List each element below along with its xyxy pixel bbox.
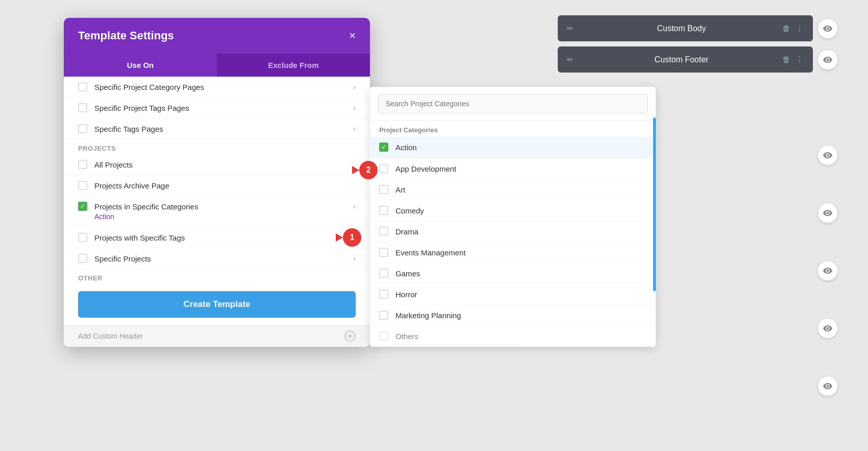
item-label: Projects with Specific Tags — [94, 233, 353, 242]
badge-circle-1: 1 — [343, 228, 361, 247]
item-label: Projects in Specific Categories — [94, 202, 353, 211]
dd-label-app-development: App Development — [395, 164, 647, 173]
eye-button-5[interactable] — [818, 261, 837, 280]
item-label: Specific Project Tags Pages — [94, 104, 353, 112]
eye-button-custom-footer[interactable] — [818, 50, 837, 69]
modal-tabs: Use On Exclude From — [64, 54, 370, 77]
modal-close-button[interactable]: × — [349, 30, 356, 41]
modal-header: Template Settings × — [64, 18, 370, 54]
dd-label-art: Art — [395, 185, 647, 194]
add-custom-header-label: Add Custom Header — [78, 332, 143, 340]
scroll-indicator — [653, 117, 656, 291]
eye-button-3[interactable] — [818, 146, 837, 165]
badge-circle-2: 2 — [359, 161, 378, 179]
dropdown-item-art[interactable]: Art — [370, 179, 656, 200]
template-list: ✏ Custom Body 🗑 ⋮ ✏ Custom Footer 🗑 ⋮ — [558, 15, 837, 73]
eye-button-4[interactable] — [818, 203, 837, 223]
item-label: Projects Archive Page — [94, 181, 356, 190]
chevron-icon: › — [353, 83, 356, 91]
create-template-button[interactable]: Create Template — [78, 291, 356, 318]
dd-checkbox-app-development[interactable] — [379, 164, 388, 173]
checkbox-specific-project-category-pages[interactable] — [78, 82, 87, 91]
edit-icon-footer[interactable]: ✏ — [567, 55, 574, 64]
custom-footer-card: ✏ Custom Footer 🗑 ⋮ — [558, 46, 813, 73]
item-label: Specific Project Category Pages — [94, 83, 353, 91]
list-item-all-projects[interactable]: All Projects — [64, 154, 370, 175]
list-item-specific-tags-pages[interactable]: Specific Tags Pages › — [64, 118, 370, 139]
dd-checkbox-games[interactable] — [379, 269, 388, 278]
modal-body: Specific Project Category Pages › Specif… — [64, 77, 370, 347]
trash-icon-footer[interactable]: 🗑 — [782, 55, 790, 64]
checkbox-specific-project-tags-pages[interactable] — [78, 103, 87, 112]
tab-exclude-from[interactable]: Exclude From — [217, 54, 370, 77]
step-badge-1: 1 — [336, 228, 361, 247]
dropdown-item-games[interactable]: Games — [370, 263, 656, 284]
checkbox-projects-archive[interactable] — [78, 181, 87, 190]
badge-arrow-1 — [336, 233, 343, 242]
checkbox-specific-tags-pages[interactable] — [78, 124, 87, 133]
modal-title: Template Settings — [78, 29, 174, 42]
eye-button-7[interactable] — [818, 376, 837, 396]
dots-icon[interactable]: ⋮ — [796, 23, 804, 33]
list-item-projects-specific-tags[interactable]: Projects with Specific Tags › — [64, 227, 370, 248]
dots-icon-footer[interactable]: ⋮ — [796, 55, 804, 64]
dd-label-marketing-planning: Marketing Planning — [395, 311, 647, 320]
list-item-projects-archive[interactable]: Projects Archive Page — [64, 175, 370, 196]
tab-use-on[interactable]: Use On — [64, 54, 217, 77]
dropdown-item-events-management[interactable]: Events Management — [370, 242, 656, 263]
project-categories-dropdown: Project Categories ✓ Action App Developm… — [370, 87, 656, 347]
sub-label-action: Action — [94, 212, 114, 221]
dropdown-item-comedy[interactable]: Comedy — [370, 200, 656, 221]
list-item-specific-projects[interactable]: Specific Projects › — [64, 248, 370, 269]
add-custom-header-icon — [344, 330, 356, 342]
chevron-icon: › — [353, 202, 356, 210]
checkbox-specific-projects[interactable] — [78, 254, 87, 263]
eye-button-custom-body[interactable] — [818, 19, 837, 38]
dd-label-horror: Horror — [395, 290, 647, 299]
project-categories-label: Project Categories — [370, 121, 656, 137]
dd-label-games: Games — [395, 269, 647, 278]
custom-body-row: ✏ Custom Body 🗑 ⋮ — [558, 15, 837, 41]
modal-footer: Create Template — [64, 284, 370, 325]
item-label: Specific Projects — [94, 254, 353, 263]
dd-checkbox-action[interactable]: ✓ — [379, 143, 388, 152]
dropdown-item-others[interactable]: Others — [370, 326, 656, 347]
checkbox-projects-specific-tags[interactable] — [78, 233, 87, 242]
eye-button-6[interactable] — [818, 319, 837, 338]
checkbox-all-projects[interactable] — [78, 160, 87, 169]
dropdown-item-marketing-planning[interactable]: Marketing Planning — [370, 305, 656, 326]
list-item-projects-specific-categories[interactable]: ✓ Projects in Specific Categories › Acti… — [64, 196, 370, 227]
add-custom-header-bar[interactable]: Add Custom Header — [64, 325, 370, 347]
custom-body-title: Custom Body — [581, 24, 782, 33]
dd-label-events-management: Events Management — [395, 248, 647, 257]
dropdown-item-action[interactable]: ✓ Action — [370, 137, 656, 158]
dropdown-item-drama[interactable]: Drama — [370, 221, 656, 242]
chevron-icon: › — [353, 104, 356, 112]
list-item-specific-project-category-pages[interactable]: Specific Project Category Pages › — [64, 77, 370, 98]
projects-section-header: Projects — [64, 139, 370, 154]
dd-checkbox-others[interactable] — [379, 331, 388, 341]
custom-footer-row: ✏ Custom Footer 🗑 ⋮ — [558, 46, 837, 73]
dropdown-item-horror[interactable]: Horror — [370, 284, 656, 305]
dd-label-drama: Drama — [395, 227, 647, 236]
dd-label-comedy: Comedy — [395, 206, 647, 215]
step-badge-2: 2 — [352, 161, 378, 179]
trash-icon[interactable]: 🗑 — [782, 24, 790, 33]
dd-checkbox-events-management[interactable] — [379, 248, 388, 257]
dropdown-item-app-development[interactable]: App Development — [370, 158, 656, 179]
dd-checkbox-comedy[interactable] — [379, 206, 388, 215]
dd-checkbox-marketing-planning[interactable] — [379, 311, 388, 320]
custom-body-card: ✏ Custom Body 🗑 ⋮ — [558, 15, 813, 41]
search-input[interactable] — [378, 94, 648, 113]
edit-icon[interactable]: ✏ — [567, 24, 574, 33]
item-label: All Projects — [94, 160, 356, 169]
custom-footer-title: Custom Footer — [581, 55, 782, 64]
dd-label-others: Others — [395, 332, 647, 341]
item-label: Specific Tags Pages — [94, 125, 353, 133]
dd-checkbox-art[interactable] — [379, 185, 388, 194]
checkbox-projects-specific-categories[interactable]: ✓ — [78, 202, 87, 211]
dd-checkbox-horror[interactable] — [379, 290, 388, 299]
dd-checkbox-drama[interactable] — [379, 227, 388, 236]
badge-arrow-2 — [352, 166, 359, 174]
list-item-specific-project-tags-pages[interactable]: Specific Project Tags Pages › — [64, 98, 370, 118]
